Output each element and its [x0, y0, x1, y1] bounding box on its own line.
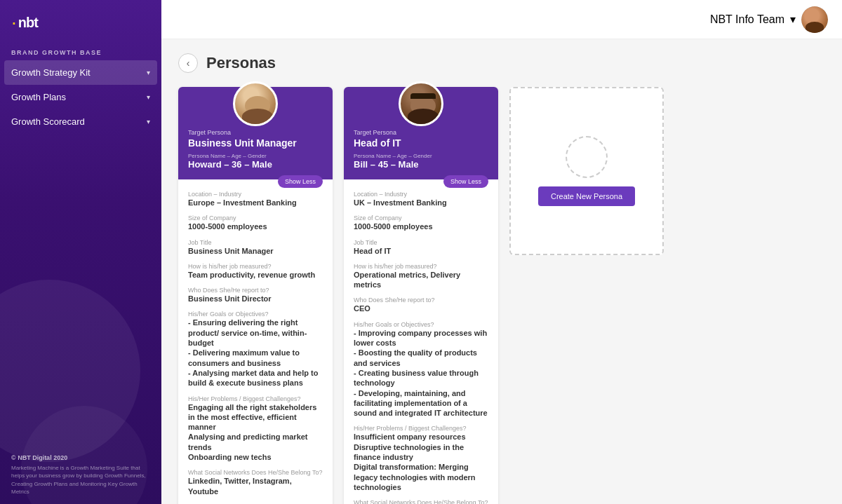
back-icon: ‹ — [187, 57, 190, 69]
field-label: Size of Company — [188, 214, 323, 222]
nav-label-growth-scorecard: Growth Scorecard — [11, 116, 85, 127]
persona-card-1: Target Persona Head of IT Persona Name –… — [344, 87, 498, 504]
field-value: Business Unit Director — [188, 294, 323, 304]
create-persona-button[interactable]: Create New Persona — [538, 186, 635, 206]
field-value: UK – Investment Banking — [354, 198, 488, 207]
field-label: How is his/her job measured? — [188, 263, 323, 270]
field-value: Insufficient ompany resources Disruptive… — [354, 432, 488, 492]
chevron-icon-2: ▾ — [147, 118, 150, 125]
persona-meta-label-1: Persona Name – Age – Gender — [354, 153, 488, 159]
field-value: CEO — [354, 304, 488, 313]
persona-meta-value-1: Bill – 45 – Male — [354, 159, 488, 170]
field-value: Business Unit Manager — [188, 246, 323, 256]
field-group: Size of Company1000-5000 employees — [188, 214, 323, 231]
footer-description: Marketing Machine is a Growth Marketing … — [11, 464, 150, 496]
field-group: Job TitleBusiness Unit Manager — [188, 239, 323, 256]
sidebar-item-growth-plans[interactable]: Growth Plans ▾ — [0, 85, 161, 109]
field-value: 1000-5000 employees — [354, 222, 488, 231]
sidebar: · nbt BRAND GROWTH BASE Growth Strategy … — [0, 0, 161, 504]
field-group: Who Does She/He report to?CEO — [354, 297, 488, 313]
persona-header-1: Target Persona Head of IT Persona Name –… — [344, 87, 498, 179]
field-label: His/Her Problems / Biggest Challenges? — [188, 395, 323, 402]
field-group: Location – IndustryEurope – Investment B… — [188, 191, 323, 207]
field-group: Who Does She/He report to?Business Unit … — [188, 287, 323, 304]
nav-label-growth-strategy-kit: Growth Strategy Kit — [11, 67, 91, 78]
field-value: Linkedin, Twitter, Instagram, Youtube — [188, 476, 323, 496]
back-button[interactable]: ‹ — [178, 53, 198, 73]
field-group: What Social Networks Does He/She Belong … — [354, 499, 488, 504]
brand-label: BRAND GROWTH BASE — [0, 43, 161, 60]
field-label: Who Does She/He report to? — [354, 297, 488, 304]
show-less-button-0[interactable]: Show Less — [278, 175, 323, 188]
user-chevron-icon: ▾ — [790, 13, 796, 26]
new-persona-avatar-placeholder — [566, 136, 608, 178]
field-value: Engaging all the right stakeholders in t… — [188, 402, 323, 463]
logo-dot: · — [11, 13, 17, 32]
field-label: Job Title — [354, 239, 488, 246]
persona-avatar-1 — [399, 81, 443, 126]
logo-area: · nbt — [0, 0, 161, 43]
field-group: Size of Company1000-5000 employees — [354, 214, 488, 231]
persona-body-1: Location – IndustryUK – Investment Banki… — [344, 179, 498, 504]
field-value: Europe – Investment Banking — [188, 198, 323, 207]
field-group: How is his/her job measured?Team product… — [188, 263, 323, 280]
field-label: Location – Industry — [188, 191, 323, 198]
field-value: - Improving company processes wih lower … — [354, 328, 488, 418]
footer-copyright: © NBT Digital 2020 — [11, 454, 150, 461]
field-value: - Ensuring delivering the right product/… — [188, 318, 323, 388]
field-value: Head of IT — [354, 246, 488, 256]
field-group: His/her Goals or Objectives?- Improving … — [354, 321, 488, 418]
field-group: His/her Goals or Objectives?- Ensuring d… — [188, 311, 323, 388]
field-label: His/her Goals or Objectives? — [354, 321, 488, 328]
field-label: Location – Industry — [354, 191, 488, 198]
field-group: What Social Networks Does He/She Belong … — [188, 469, 323, 496]
field-value: Operational metrics, Delivery metrics — [354, 270, 488, 290]
field-label: Who Does She/He report to? — [188, 287, 323, 294]
field-label: How is his/her job measured? — [354, 263, 488, 270]
field-value: Team productivity, revenue growth — [188, 270, 323, 280]
nav-label-growth-plans: Growth Plans — [11, 92, 66, 102]
persona-avatar-0 — [233, 81, 278, 126]
field-label: What Social Networks Does He/She Belong … — [188, 469, 323, 476]
page-header: ‹ Personas — [178, 53, 825, 73]
sidebar-item-growth-strategy-kit[interactable]: Growth Strategy Kit ▾ — [4, 60, 157, 85]
persona-name-1: Head of IT — [354, 137, 488, 149]
field-group: His/Her Problems / Biggest Challenges?En… — [188, 395, 323, 463]
chevron-icon-0: ▾ — [147, 69, 150, 76]
content-area: ‹ Personas Target Persona Business Unit … — [161, 39, 842, 504]
persona-header-0: Target Persona Business Unit Manager Per… — [178, 87, 333, 179]
field-group: How is his/her job measured?Operational … — [354, 263, 488, 290]
new-persona-card: Create New Persona — [509, 87, 664, 255]
persona-name-0: Business Unit Manager — [188, 137, 323, 149]
field-label: What Social Networks Does He/She Belong … — [354, 499, 488, 504]
persona-meta-value-0: Howard – 36 – Male — [188, 159, 323, 170]
field-label: His/Her Problems / Biggest Challenges? — [354, 425, 488, 432]
persona-card-0: Target Persona Business Unit Manager Per… — [178, 87, 333, 504]
persona-body-0: Location – IndustryEurope – Investment B… — [178, 179, 333, 504]
show-less-button-1[interactable]: Show Less — [443, 175, 488, 188]
field-group: Job TitleHead of IT — [354, 239, 488, 256]
user-name: NBT Info Team — [710, 13, 784, 26]
personas-row: Target Persona Business Unit Manager Per… — [178, 87, 825, 504]
page-title: Personas — [206, 54, 276, 72]
field-label: Job Title — [188, 239, 323, 246]
persona-subtitle-0: Target Persona — [188, 129, 323, 136]
logo-text: nbt — [18, 15, 38, 31]
field-label: His/her Goals or Objectives? — [188, 311, 323, 318]
sidebar-item-growth-scorecard[interactable]: Growth Scorecard ▾ — [0, 109, 161, 134]
topbar: NBT Info Team ▾ — [161, 0, 842, 39]
chevron-icon-1: ▾ — [147, 93, 150, 101]
user-area[interactable]: NBT Info Team ▾ — [710, 6, 828, 33]
avatar-image — [801, 6, 828, 33]
persona-meta-label-0: Persona Name – Age – Gender — [188, 153, 323, 159]
main-area: NBT Info Team ▾ ‹ Personas — [161, 0, 842, 504]
avatar — [801, 6, 828, 33]
sidebar-footer: © NBT Digital 2020 Marketing Machine is … — [0, 446, 161, 504]
persona-subtitle-1: Target Persona — [354, 129, 488, 136]
field-group: Location – IndustryUK – Investment Banki… — [354, 191, 488, 207]
field-group: His/Her Problems / Biggest Challenges?In… — [354, 425, 488, 492]
field-label: Size of Company — [354, 214, 488, 222]
field-value: 1000-5000 employees — [188, 222, 323, 231]
